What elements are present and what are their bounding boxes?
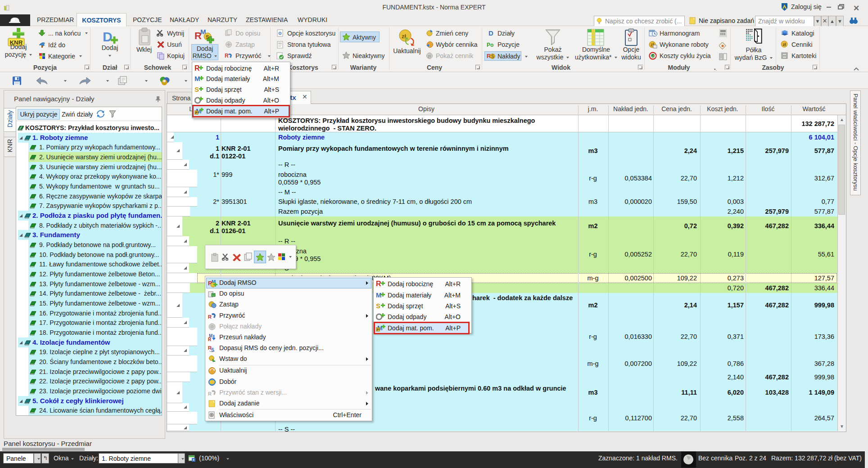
svg-text:zł: zł xyxy=(428,54,431,58)
svg-text:zł: zł xyxy=(783,42,787,47)
svg-text:D: D xyxy=(103,29,113,44)
svg-text:S: S xyxy=(491,54,494,59)
svg-text:Po: Po xyxy=(487,42,493,48)
svg-text:LCC: LCC xyxy=(651,55,656,58)
svg-text:D: D xyxy=(488,29,493,36)
svg-text:R: R xyxy=(225,53,229,59)
